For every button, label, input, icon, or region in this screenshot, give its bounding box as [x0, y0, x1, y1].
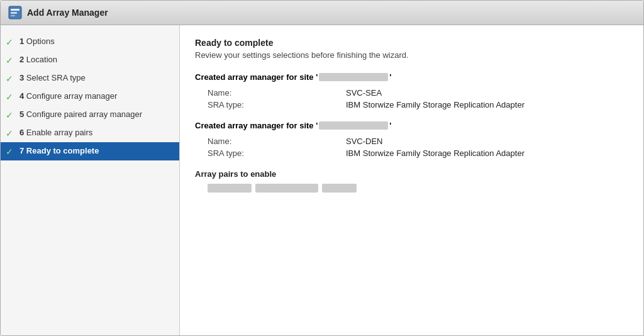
den-sra-value: IBM Storwize Family Storage Replication …: [346, 148, 525, 158]
content-subtitle: Review your settings selections before f…: [195, 50, 628, 60]
wizard-body: ✓ 1 Options ✓ 2 Location ✓ 3 Select SRA …: [1, 25, 643, 335]
wizard-container: Add Array Manager ✓ 1 Options ✓ 2 Locati…: [0, 0, 644, 336]
pairs-section: Array pairs to enable: [195, 169, 628, 193]
sea-sra-value: IBM Storwize Family Storage Replication …: [346, 100, 525, 109]
check-icon-6: ✓: [6, 128, 16, 138]
sidebar-label-3: 3 Select SRA type: [19, 73, 86, 84]
pairs-heading: Array pairs to enable: [195, 169, 628, 179]
den-sra-label: SRA type:: [208, 148, 346, 158]
pairs-blurred-2: [255, 184, 318, 193]
wizard-sidebar: ✓ 1 Options ✓ 2 Location ✓ 3 Select SRA …: [1, 25, 180, 335]
sea-name-label: Name:: [208, 88, 346, 98]
sea-heading-suffix: ': [389, 72, 391, 82]
pairs-value-row: [195, 184, 628, 193]
den-sra-row: SRA type: IBM Storwize Family Storage Re…: [195, 147, 628, 159]
check-icon-5: ✓: [6, 110, 16, 120]
check-icon-2: ✓: [6, 55, 16, 65]
den-section: Created array manager for site '' Name: …: [195, 121, 628, 159]
check-icon-3: ✓: [6, 74, 16, 84]
sea-section-heading: Created array manager for site '': [195, 72, 628, 82]
den-name-label: Name:: [208, 137, 346, 146]
svg-rect-3: [11, 15, 15, 16]
sea-sra-label: SRA type:: [208, 100, 346, 109]
sea-name-row: Name: SVC-SEA: [195, 87, 628, 99]
sidebar-item-3[interactable]: ✓ 3 Select SRA type: [1, 69, 179, 87]
pairs-blurred-3: [322, 184, 357, 193]
sidebar-label-7: 7 Ready to complete: [19, 146, 99, 157]
sidebar-label-5: 5 Configure paired array manager: [19, 109, 142, 120]
sidebar-item-1[interactable]: ✓ 1 Options: [1, 33, 179, 51]
sidebar-label-1: 1 Options: [19, 36, 55, 47]
den-heading-suffix: ': [389, 121, 391, 130]
sidebar-item-7[interactable]: ✓ 7 Ready to complete: [1, 142, 179, 160]
svg-rect-2: [11, 12, 17, 14]
sea-name-value: SVC-SEA: [346, 88, 382, 98]
den-heading-prefix: Created array manager for site ': [195, 121, 318, 130]
wizard-header: Add Array Manager: [1, 1, 643, 25]
sidebar-item-6[interactable]: ✓ 6 Enable array pairs: [1, 124, 179, 142]
den-section-heading: Created array manager for site '': [195, 121, 628, 130]
den-name-row: Name: SVC-DEN: [195, 135, 628, 147]
sidebar-item-2[interactable]: ✓ 2 Location: [1, 51, 179, 69]
sidebar-label-4: 4 Configure array manager: [19, 91, 117, 102]
sea-site-blurred: [319, 73, 388, 81]
sea-heading-prefix: Created array manager for site ': [195, 72, 318, 82]
content-title: Ready to complete: [195, 38, 628, 48]
check-icon-1: ✓: [6, 37, 16, 47]
den-site-blurred: [319, 121, 388, 130]
svg-rect-1: [11, 9, 19, 11]
check-icon-7: ✓: [6, 147, 16, 157]
array-manager-icon: [8, 6, 22, 20]
sidebar-label-6: 6 Enable array pairs: [19, 128, 92, 138]
wizard-content: Ready to complete Review your settings s…: [180, 25, 643, 335]
den-name-value: SVC-DEN: [346, 137, 383, 146]
check-icon-4: ✓: [6, 92, 16, 102]
sea-sra-row: SRA type: IBM Storwize Family Storage Re…: [195, 99, 628, 111]
sidebar-item-4[interactable]: ✓ 4 Configure array manager: [1, 87, 179, 106]
sea-section: Created array manager for site '' Name: …: [195, 72, 628, 111]
pairs-blurred-1: [208, 184, 252, 193]
wizard-title: Add Array Manager: [27, 8, 108, 18]
sidebar-label-2: 2 Location: [19, 55, 57, 65]
sidebar-item-5[interactable]: ✓ 5 Configure paired array manager: [1, 106, 179, 124]
